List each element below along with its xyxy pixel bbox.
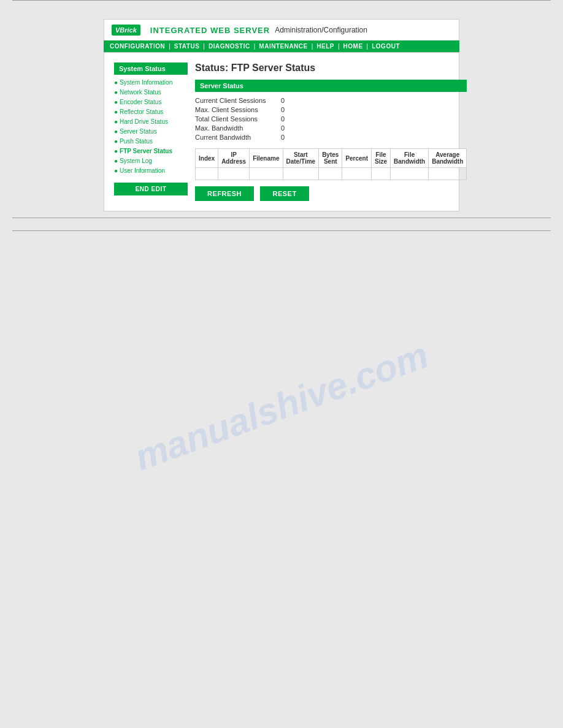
bullet-icon: ● bbox=[114, 118, 118, 125]
header-subtitle: Administration/Configuration bbox=[275, 26, 367, 34]
sidebar-item-encoder-status[interactable]: ● Encoder Status bbox=[114, 98, 188, 107]
status-label-current-bandwidth: Current Bandwidth bbox=[195, 134, 281, 141]
main-container: VBrick INTEGRATED WEB SERVER Administrat… bbox=[104, 7, 459, 211]
col-header-start-date-time: Start Date/Time bbox=[283, 149, 319, 168]
nav-item-maintenance[interactable]: MAINTENANCE bbox=[259, 43, 307, 50]
status-row-max-client-sessions: Max. Client Sessions 0 bbox=[195, 106, 467, 113]
content-area: System Status ● System Information ● Net… bbox=[104, 52, 459, 211]
status-value-current-client-sessions: 0 bbox=[281, 97, 285, 104]
button-row: REFRESH RESET bbox=[195, 186, 467, 201]
bottom-rule bbox=[12, 218, 551, 218]
table-body bbox=[196, 168, 467, 180]
sidebar-item-ftp-server-status[interactable]: ● FTP Server Status bbox=[114, 147, 188, 156]
header-title: INTEGRATED WEB SERVER bbox=[150, 26, 270, 35]
end-edit-button[interactable]: END EDIT bbox=[114, 183, 188, 195]
sidebar-link-push-status[interactable]: Push Status bbox=[120, 137, 153, 146]
table-row-empty bbox=[196, 168, 467, 180]
sidebar-item-push-status[interactable]: ● Push Status bbox=[114, 137, 188, 146]
main-content: Status: FTP Server Status Server Status … bbox=[195, 63, 467, 201]
reset-button[interactable]: RESET bbox=[260, 186, 309, 201]
sidebar-link-hard-drive-status[interactable]: Hard Drive Status bbox=[120, 118, 168, 126]
nav-item-configuration[interactable]: CONFIGURATION bbox=[110, 43, 165, 50]
col-header-file-size: File Size bbox=[372, 149, 391, 168]
status-value-max-bandwidth: 0 bbox=[281, 124, 285, 132]
col-header-percent: Percent bbox=[342, 149, 372, 168]
sidebar: System Status ● System Information ● Net… bbox=[114, 63, 188, 201]
bottom-rule2 bbox=[12, 230, 551, 231]
nav-bar: CONFIGURATION | STATUS | DIAGNOSTIC | MA… bbox=[104, 40, 459, 52]
sidebar-title: System Status bbox=[114, 63, 188, 75]
nav-item-home[interactable]: HOME bbox=[343, 43, 363, 50]
col-header-ip-address: IP Address bbox=[218, 149, 250, 168]
status-table: Current Client Sessions 0 Max. Client Se… bbox=[195, 97, 467, 141]
bullet-icon: ● bbox=[114, 99, 118, 105]
col-header-index: Index bbox=[196, 149, 218, 168]
app-header: VBrick INTEGRATED WEB SERVER Administrat… bbox=[104, 19, 459, 40]
sidebar-link-server-status[interactable]: Server Status bbox=[120, 127, 157, 136]
sidebar-link-system-information[interactable]: System Information bbox=[120, 78, 172, 87]
top-rule bbox=[12, 0, 551, 7]
status-row-current-client-sessions: Current Client Sessions 0 bbox=[195, 97, 467, 104]
bullet-icon: ● bbox=[114, 138, 118, 145]
col-header-average-bandwidth: Average Bandwidth bbox=[429, 149, 467, 168]
bullet-icon: ● bbox=[114, 89, 118, 96]
nav-item-status[interactable]: STATUS bbox=[174, 43, 200, 50]
sidebar-link-ftp-server-status[interactable]: FTP Server Status bbox=[120, 147, 172, 156]
status-value-total-client-sessions: 0 bbox=[281, 115, 285, 123]
page-title: Status: FTP Server Status bbox=[195, 63, 467, 74]
status-label-max-client-sessions: Max. Client Sessions bbox=[195, 106, 281, 113]
table-header-row: Index IP Address Filename Start Date/Tim… bbox=[196, 149, 467, 168]
col-header-file-bandwidth: File Bandwidth bbox=[391, 149, 429, 168]
bullet-icon: ● bbox=[114, 167, 118, 174]
bullet-icon: ● bbox=[114, 128, 118, 135]
sidebar-item-reflector-status[interactable]: ● Reflector Status bbox=[114, 108, 188, 116]
refresh-button[interactable]: REFRESH bbox=[195, 186, 254, 201]
page-wrapper: VBrick INTEGRATED WEB SERVER Administrat… bbox=[0, 0, 563, 728]
sidebar-link-network-status[interactable]: Network Status bbox=[120, 88, 161, 97]
status-label-total-client-sessions: Total Client Sessions bbox=[195, 115, 281, 123]
nav-item-logout[interactable]: LOGOUT bbox=[372, 43, 400, 50]
status-row-max-bandwidth: Max. Bandwidth 0 bbox=[195, 124, 467, 132]
bullet-icon: ● bbox=[114, 157, 118, 164]
logo-box: VBrick bbox=[112, 25, 140, 36]
ftp-sessions-table: Index IP Address Filename Start Date/Tim… bbox=[195, 148, 467, 180]
status-row-total-client-sessions: Total Client Sessions 0 bbox=[195, 115, 467, 123]
sidebar-link-reflector-status[interactable]: Reflector Status bbox=[120, 108, 163, 116]
sidebar-link-encoder-status[interactable]: Encoder Status bbox=[120, 98, 161, 107]
sidebar-item-server-status[interactable]: ● Server Status bbox=[114, 127, 188, 136]
nav-item-help[interactable]: HELP bbox=[316, 43, 334, 50]
sidebar-item-user-information[interactable]: ● User Information bbox=[114, 167, 188, 175]
sidebar-link-user-information[interactable]: User Information bbox=[120, 167, 165, 175]
sidebar-menu: ● System Information ● Network Status ● … bbox=[114, 78, 188, 175]
bullet-icon: ● bbox=[114, 148, 118, 154]
col-header-filename: Filename bbox=[250, 149, 283, 168]
status-row-current-bandwidth: Current Bandwidth 0 bbox=[195, 134, 467, 141]
watermark: manualshive.com bbox=[129, 333, 434, 479]
bullet-icon: ● bbox=[114, 108, 118, 115]
bullet-icon: ● bbox=[114, 79, 118, 86]
status-label-max-bandwidth: Max. Bandwidth bbox=[195, 124, 281, 132]
sidebar-item-system-log[interactable]: ● System Log bbox=[114, 157, 188, 165]
nav-item-diagnostic[interactable]: DIAGNOSTIC bbox=[209, 43, 250, 50]
sidebar-item-hard-drive-status[interactable]: ● Hard Drive Status bbox=[114, 118, 188, 126]
sidebar-link-system-log[interactable]: System Log bbox=[120, 157, 152, 165]
status-value-max-client-sessions: 0 bbox=[281, 106, 285, 113]
vbrick-logo: VBrick bbox=[112, 25, 140, 36]
sidebar-item-network-status[interactable]: ● Network Status bbox=[114, 88, 188, 97]
status-label-current-client-sessions: Current Client Sessions bbox=[195, 97, 281, 104]
section-header: Server Status bbox=[195, 80, 467, 92]
sidebar-item-system-information[interactable]: ● System Information bbox=[114, 78, 188, 87]
col-header-bytes-sent: Bytes Sent bbox=[319, 149, 342, 168]
status-value-current-bandwidth: 0 bbox=[281, 134, 285, 141]
